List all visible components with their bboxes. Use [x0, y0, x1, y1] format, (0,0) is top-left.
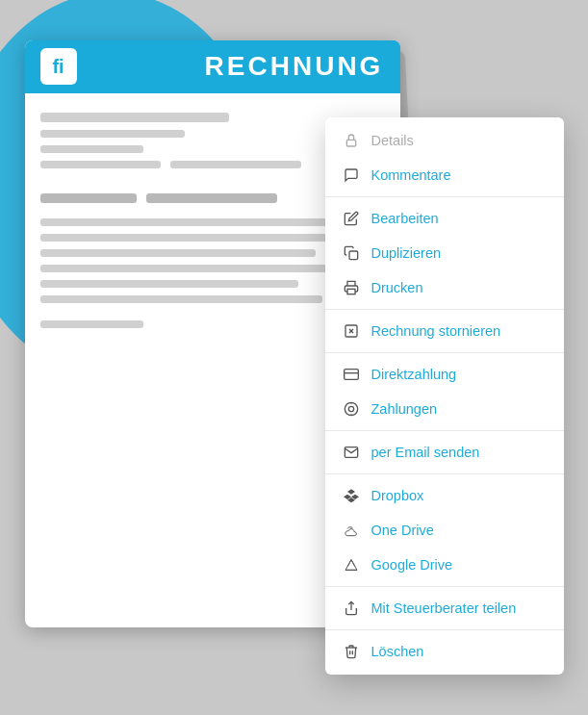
- app-logo: fi: [40, 48, 77, 85]
- menu-separator: [325, 352, 564, 353]
- share-icon: [343, 600, 360, 617]
- menu-item-dropbox[interactable]: Dropbox: [325, 478, 564, 513]
- cancel-icon: [343, 322, 360, 340]
- doc-line: [40, 249, 316, 257]
- menu-label-details: Details: [371, 133, 414, 148]
- menu-label-drucken: Drucken: [371, 280, 423, 295]
- doc-line: [40, 234, 333, 242]
- menu-item-zahlungen[interactable]: Zahlungen: [325, 392, 564, 426]
- doc-line: [40, 218, 350, 226]
- comment-icon: [343, 166, 360, 184]
- trash-icon: [343, 643, 360, 660]
- menu-label-onedrive: One Drive: [371, 523, 434, 538]
- card-icon: [343, 366, 360, 383]
- menu-separator: [325, 430, 564, 431]
- edit-icon: [343, 210, 360, 227]
- menu-label-kommentare: Kommentare: [371, 167, 451, 183]
- menu-label-bearbeiten: Bearbeiten: [371, 211, 439, 226]
- menu-item-stornieren[interactable]: Rechnung stornieren: [325, 314, 564, 348]
- svg-rect-0: [346, 140, 355, 146]
- menu-label-stornieren: Rechnung stornieren: [371, 323, 501, 339]
- svg-point-8: [345, 402, 357, 415]
- menu-separator: [325, 473, 564, 474]
- scene: fi RECHNUNG: [15, 21, 574, 695]
- svg-rect-6: [344, 369, 358, 379]
- doc-title: RECHNUNG: [189, 40, 400, 93]
- menu-label-direktzahlung: Direktzahlung: [371, 367, 457, 382]
- doc-line: [40, 295, 323, 303]
- onedrive-icon: [343, 522, 360, 539]
- print-icon: [343, 279, 360, 296]
- doc-line: [170, 161, 301, 168]
- copy-icon: [343, 244, 360, 262]
- doc-line: [146, 193, 277, 203]
- doc-line: [40, 130, 185, 138]
- doc-line: [40, 161, 161, 168]
- svg-point-9: [348, 406, 353, 411]
- doc-line: [40, 193, 137, 203]
- menu-item-duplizieren[interactable]: Duplizieren: [325, 236, 564, 270]
- menu-separator: [325, 586, 564, 587]
- context-menu: DetailsKommentareBearbeitenDuplizierenDr…: [325, 117, 564, 675]
- svg-rect-2: [347, 289, 355, 294]
- menu-label-email: per Email senden: [371, 445, 480, 460]
- menu-item-email[interactable]: per Email senden: [325, 435, 564, 470]
- menu-item-onedrive[interactable]: One Drive: [325, 513, 564, 548]
- menu-separator: [325, 309, 564, 310]
- menu-label-zahlungen: Zahlungen: [371, 401, 438, 417]
- doc-line: [40, 145, 143, 153]
- menu-item-steuerberater[interactable]: Mit Steuerberater teilen: [325, 591, 564, 626]
- menu-separator: [325, 629, 564, 630]
- doc-line: [40, 280, 299, 288]
- menu-separator: [325, 196, 564, 197]
- menu-item-kommentare[interactable]: Kommentare: [325, 158, 564, 192]
- dropbox-icon: [343, 487, 360, 504]
- doc-line: [40, 265, 344, 272]
- menu-item-loeschen[interactable]: Löschen: [325, 634, 564, 669]
- menu-item-googledrive[interactable]: Google Drive: [325, 548, 564, 582]
- menu-item-bearbeiten[interactable]: Bearbeiten: [325, 201, 564, 236]
- email-icon: [343, 444, 360, 461]
- menu-item-details: Details: [325, 123, 564, 158]
- googledrive-icon: [343, 556, 360, 574]
- menu-label-loeschen: Löschen: [371, 644, 424, 659]
- menu-label-dropbox: Dropbox: [371, 488, 424, 503]
- menu-item-direktzahlung[interactable]: Direktzahlung: [325, 357, 564, 392]
- lock-icon: [343, 132, 360, 149]
- coin-icon: [343, 400, 360, 418]
- menu-label-steuerberater: Mit Steuerberater teilen: [371, 600, 517, 616]
- menu-label-googledrive: Google Drive: [371, 557, 453, 573]
- doc-line: [40, 113, 230, 122]
- menu-label-duplizieren: Duplizieren: [371, 245, 442, 261]
- doc-header: fi RECHNUNG: [25, 40, 400, 93]
- svg-rect-1: [349, 251, 358, 260]
- menu-item-drucken[interactable]: Drucken: [325, 270, 564, 305]
- doc-line: [40, 320, 143, 328]
